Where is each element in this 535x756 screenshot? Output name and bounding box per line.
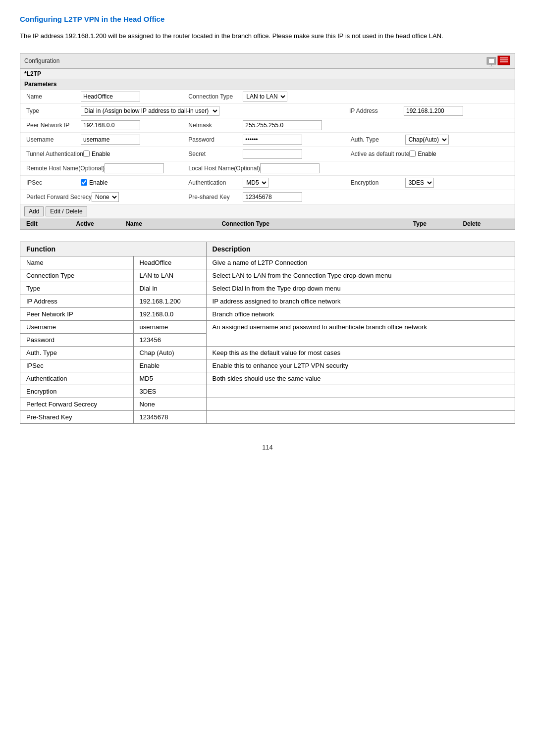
input-password[interactable] bbox=[243, 135, 302, 145]
form-cell-ipsec: IPSec Enable bbox=[24, 179, 186, 187]
edit-delete-button[interactable]: Edit / Delete bbox=[46, 206, 87, 216]
form-cell-conntype: Connection Type LAN to LAN bbox=[186, 91, 348, 102]
params-label: Parameters bbox=[20, 79, 515, 90]
l2tp-section-title: *L2TP bbox=[20, 69, 515, 79]
input-username[interactable] bbox=[81, 135, 140, 145]
label-authentication: Authentication bbox=[188, 179, 243, 186]
th-edit: Edit bbox=[24, 220, 74, 227]
td-function: Username bbox=[20, 320, 134, 333]
label-defaultroute: Active as default route bbox=[351, 151, 410, 157]
table-row: IP Address192.168.1.200IP address assign… bbox=[20, 295, 515, 307]
td-value: 192.168.1.200 bbox=[133, 295, 206, 307]
checkbox-defaultroute[interactable] bbox=[409, 151, 416, 157]
config-header-label: Configuration bbox=[24, 57, 59, 64]
td-description: Both sides should use the same value bbox=[206, 372, 515, 385]
table-row: Auth. TypeChap (Auto)Keep this as the de… bbox=[20, 346, 515, 359]
th-conntype: Connection Type bbox=[219, 220, 315, 227]
add-button[interactable]: Add bbox=[24, 206, 44, 216]
label-psk: Pre-shared Key bbox=[188, 194, 243, 201]
table-row: Encryption3DES bbox=[20, 385, 515, 398]
tunnel-enable-label: Enable bbox=[92, 151, 110, 157]
svg-rect-1 bbox=[489, 59, 494, 63]
checkbox-ipsec[interactable] bbox=[81, 179, 87, 186]
td-function: Pre-Shared Key bbox=[20, 410, 134, 423]
form-row-type: Type Dial in (Assign below IP address to… bbox=[20, 104, 515, 118]
input-localhost[interactable] bbox=[260, 163, 320, 173]
input-peerip[interactable] bbox=[81, 120, 140, 130]
td-value: LAN to LAN bbox=[133, 269, 206, 282]
select-authtype[interactable]: Chap(Auto) bbox=[405, 135, 449, 145]
form-cell-empty1 bbox=[349, 96, 511, 97]
form-cell-empty2 bbox=[349, 125, 511, 126]
form-row-hostname: Remote Host Name(Optional) Local Host Na… bbox=[20, 161, 515, 176]
td-function: Connection Type bbox=[20, 269, 134, 282]
td-value: Enable bbox=[133, 359, 206, 372]
td-description: Branch office network bbox=[206, 307, 515, 320]
form-cell-psk: Pre-shared Key bbox=[186, 192, 348, 202]
td-description: Select LAN to LAN from the Connection Ty… bbox=[206, 269, 515, 282]
input-netmask[interactable] bbox=[243, 120, 322, 130]
td-description bbox=[206, 410, 515, 423]
form-cell-peerip: Peer Network IP bbox=[24, 120, 186, 131]
select-authentication[interactable]: MD5 bbox=[243, 178, 268, 188]
checkbox-tunnel[interactable] bbox=[83, 151, 90, 157]
label-username: Username bbox=[26, 136, 81, 143]
select-pfs[interactable]: None bbox=[92, 192, 119, 202]
select-conntype[interactable]: LAN to LAN bbox=[243, 92, 287, 101]
table-row: Connection TypeLAN to LANSelect LAN to L… bbox=[20, 269, 515, 282]
config-panel: Configuration *L2TP Parameters Name Conn… bbox=[20, 53, 515, 230]
td-value: HeadOffice bbox=[133, 256, 206, 269]
form-cell-ipaddress: IP Address bbox=[347, 105, 511, 116]
form-row-pfs: Perfect Forward Secrecy None Pre-shared … bbox=[20, 190, 515, 204]
input-remotehost[interactable] bbox=[105, 163, 164, 173]
select-type[interactable]: Dial in (Assign below IP address to dail… bbox=[81, 106, 219, 116]
td-function: Name bbox=[20, 256, 134, 269]
form-row-peerip: Peer Network IP Netmask bbox=[20, 118, 515, 133]
th-empty bbox=[316, 220, 411, 227]
intro-text: The IP address 192.168.1.200 will be ass… bbox=[20, 31, 515, 41]
table-row: UsernameusernameAn assigned username and… bbox=[20, 320, 515, 333]
form-row-username: Username Password Auth. Type Chap(Auto) bbox=[20, 133, 515, 147]
td-function: Encryption bbox=[20, 385, 134, 398]
table-row: AuthenticationMD5Both sides should use t… bbox=[20, 372, 515, 385]
th-active: Active bbox=[74, 220, 124, 227]
label-password: Password bbox=[188, 136, 243, 143]
input-ipaddress[interactable] bbox=[404, 106, 463, 116]
input-secret[interactable] bbox=[243, 149, 302, 159]
select-encryption[interactable]: 3DES bbox=[405, 178, 434, 188]
label-tunnel: Tunnel Authentication bbox=[26, 151, 83, 157]
input-name[interactable] bbox=[81, 92, 140, 101]
form-cell-tunnel: Tunnel Authentication Enable bbox=[24, 150, 186, 158]
td-function: Peer Network IP bbox=[20, 307, 134, 320]
form-cell-authentication: Authentication MD5 bbox=[186, 177, 348, 188]
th-description: Description bbox=[206, 242, 515, 256]
td-function: IPSec bbox=[20, 359, 134, 372]
form-row-tunnel: Tunnel Authentication Enable Secret Acti… bbox=[20, 147, 515, 161]
td-description: Give a name of L2TP Connection bbox=[206, 256, 515, 269]
input-psk[interactable] bbox=[243, 192, 302, 202]
td-function: Auth. Type bbox=[20, 346, 134, 359]
form-cell-remotehost: Remote Host Name(Optional) bbox=[24, 163, 186, 174]
label-netmask: Netmask bbox=[188, 122, 243, 129]
label-localhost: Local Host Name(Optional) bbox=[188, 165, 260, 172]
td-function: Authentication bbox=[20, 372, 134, 385]
description-table: Function Description NameHeadOfficeGive … bbox=[20, 242, 515, 424]
ipsec-enable-label: Enable bbox=[89, 179, 107, 186]
form-row-name: Name Connection Type LAN to LAN bbox=[20, 90, 515, 104]
table-row: Pre-Shared Key12345678 bbox=[20, 410, 515, 423]
label-secret: Secret bbox=[188, 151, 243, 157]
form-cell-defaultroute: Active as default route Enable bbox=[349, 150, 511, 158]
table-row: Perfect Forward SecrecyNone bbox=[20, 398, 515, 410]
page-title: Configuring L2TP VPN in the Head Office bbox=[20, 15, 515, 23]
page-number: 114 bbox=[20, 444, 515, 451]
td-value: 192.168.0.0 bbox=[133, 307, 206, 320]
th-name: Name bbox=[124, 220, 219, 227]
td-description: An assigned username and password to aut… bbox=[206, 320, 515, 346]
td-function: Password bbox=[20, 333, 134, 346]
table-row: NameHeadOfficeGive a name of L2TP Connec… bbox=[20, 256, 515, 269]
td-function: IP Address bbox=[20, 295, 134, 307]
form-cell-encryption: Encryption 3DES bbox=[349, 177, 511, 188]
td-value: Chap (Auto) bbox=[133, 346, 206, 359]
th-delete: Delete bbox=[461, 220, 511, 227]
label-conntype: Connection Type bbox=[188, 93, 243, 100]
